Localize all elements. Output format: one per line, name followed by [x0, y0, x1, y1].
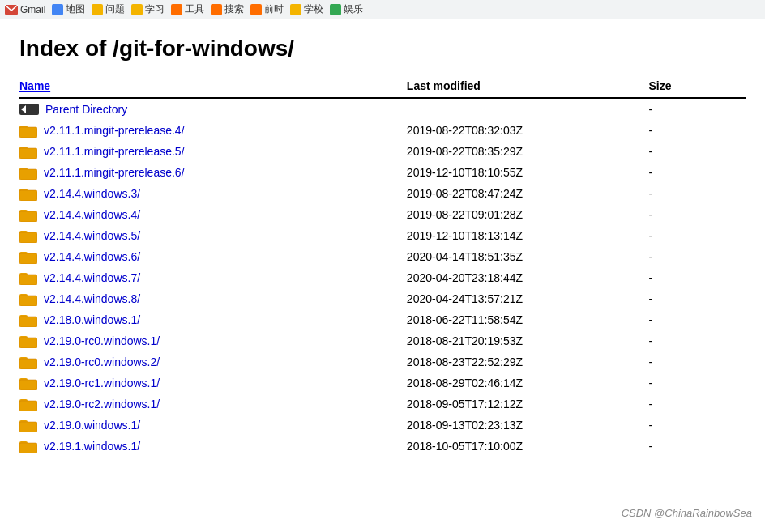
folder-icon	[19, 418, 37, 432]
entry-modified: 2018-08-21T20:19:53Z	[407, 330, 649, 351]
bookmark-search[interactable]: 搜索	[211, 2, 244, 16]
entry-link[interactable]: v2.14.4.windows.5/	[44, 229, 140, 242]
entry-name-cell: v2.19.0-rc1.windows.1/	[19, 372, 407, 394]
entry-modified: 2018-08-29T02:46:14Z	[407, 372, 649, 394]
entry-modified: 2018-10-05T17:10:00Z	[407, 436, 649, 457]
table-header-row: Name Last modified Size	[19, 74, 746, 98]
table-row: v2.19.0-rc0.windows.1/2018-08-21T20:19:5…	[19, 330, 746, 351]
column-modified-header: Last modified	[407, 74, 649, 98]
entry-link[interactable]: v2.19.0-rc2.windows.1/	[44, 398, 160, 411]
entry-link[interactable]: v2.19.0.windows.1/	[44, 419, 140, 432]
table-row: v2.11.1.mingit-prerelease.4/2019-08-22T0…	[19, 120, 746, 141]
bookmark-question[interactable]: 问题	[92, 2, 125, 16]
folder-icon	[19, 334, 37, 348]
main-content: Index of /git-for-windows/ Name Last mod…	[0, 19, 765, 476]
entry-name-cell: v2.19.0-rc2.windows.1/	[19, 394, 407, 415]
entry-modified: 2018-08-23T22:52:29Z	[407, 351, 649, 372]
entry-size: -	[649, 394, 746, 415]
entry-size: -	[649, 204, 746, 225]
table-row: v2.14.4.windows.4/2019-08-22T09:01:28Z-	[19, 204, 746, 225]
entry-name-cell: v2.11.1.mingit-prerelease.5/	[19, 141, 407, 162]
table-row: v2.19.0-rc0.windows.2/2018-08-23T22:52:2…	[19, 351, 746, 372]
folder-icon	[19, 228, 37, 243]
entry-link[interactable]: v2.14.4.windows.7/	[44, 271, 140, 284]
entry-name-cell: v2.14.4.windows.6/	[19, 246, 407, 267]
entry-size: -	[649, 141, 746, 162]
entry-link[interactable]: v2.14.4.windows.3/	[44, 187, 140, 200]
bookmark-front[interactable]: 前时	[250, 2, 284, 16]
entry-modified: 2020-04-14T18:51:35Z	[407, 246, 649, 267]
entry-link[interactable]: Parent Directory	[45, 103, 127, 116]
parent-icon	[19, 102, 39, 117]
entry-link[interactable]: v2.14.4.windows.8/	[44, 292, 140, 305]
folder-icon	[19, 123, 37, 138]
svg-rect-37	[19, 357, 28, 361]
folder-icon	[19, 144, 37, 159]
entry-link[interactable]: v2.19.0-rc1.windows.1/	[44, 377, 160, 389]
bookmark-gmail[interactable]: Gmail	[5, 4, 45, 15]
entry-name-cell: Parent Directory	[19, 98, 407, 120]
entry-size: -	[649, 162, 746, 183]
svg-rect-31	[19, 315, 28, 319]
table-row: v2.11.1.mingit-prerelease.6/2019-12-10T1…	[19, 162, 746, 183]
entry-link[interactable]: v2.11.1.mingit-prerelease.6/	[44, 166, 185, 179]
folder-icon	[19, 270, 37, 285]
entry-name-cell: v2.11.1.mingit-prerelease.6/	[19, 162, 407, 183]
entry-size: -	[649, 183, 746, 204]
entry-link[interactable]: v2.14.4.windows.4/	[44, 208, 140, 221]
entry-modified: 2019-12-10T18:13:14Z	[407, 225, 649, 246]
table-row: v2.19.0-rc2.windows.1/2018-09-05T17:12:1…	[19, 394, 746, 415]
entry-name-cell: v2.14.4.windows.5/	[19, 225, 407, 246]
entry-link[interactable]: v2.18.0.windows.1/	[44, 313, 140, 326]
folder-icon	[19, 376, 37, 390]
entry-modified: 2019-08-22T08:35:29Z	[407, 141, 649, 162]
entry-modified: 2020-04-20T23:18:44Z	[407, 267, 649, 288]
entry-name-cell: v2.19.0-rc0.windows.1/	[19, 330, 407, 351]
svg-rect-40	[19, 378, 28, 382]
folder-icon	[19, 186, 37, 201]
entry-size: -	[649, 372, 746, 394]
entry-name-cell: v2.14.4.windows.8/	[19, 288, 407, 309]
entry-link[interactable]: v2.19.0-rc0.windows.2/	[44, 355, 160, 368]
svg-rect-49	[19, 441, 28, 445]
entry-size: -	[649, 225, 746, 246]
table-row: v2.19.1.windows.1/2018-10-05T17:10:00Z-	[19, 436, 746, 457]
table-row: v2.14.4.windows.7/2020-04-20T23:18:44Z-	[19, 267, 746, 288]
column-size-header: Size	[649, 74, 746, 98]
folder-icon	[19, 355, 37, 369]
column-name-header[interactable]: Name	[19, 74, 407, 98]
bookmark-study[interactable]: 学习	[131, 2, 165, 16]
folder-icon	[19, 165, 37, 180]
svg-rect-34	[19, 336, 28, 340]
bookmark-school[interactable]: 学校	[290, 2, 323, 16]
table-row: Parent Directory-	[19, 98, 746, 120]
svg-rect-43	[19, 399, 28, 403]
page-title: Index of /git-for-windows/	[19, 36, 746, 62]
entry-name-cell: v2.11.1.mingit-prerelease.4/	[19, 120, 407, 141]
entry-size: -	[649, 267, 746, 288]
entry-link[interactable]: v2.19.1.windows.1/	[44, 440, 140, 453]
entry-name-cell: v2.14.4.windows.7/	[19, 267, 407, 288]
folder-icon	[19, 313, 37, 327]
entry-size: -	[649, 330, 746, 351]
bookmark-tools[interactable]: 工具	[171, 2, 204, 16]
entry-modified: 2019-12-10T18:10:55Z	[407, 162, 649, 183]
entry-link[interactable]: v2.11.1.mingit-prerelease.5/	[44, 145, 185, 158]
table-row: v2.14.4.windows.5/2019-12-10T18:13:14Z-	[19, 225, 746, 246]
svg-rect-25	[19, 273, 28, 277]
entry-size: -	[649, 288, 746, 309]
bookmark-entertainment[interactable]: 娱乐	[330, 2, 363, 16]
entry-name-cell: v2.18.0.windows.1/	[19, 309, 407, 330]
svg-rect-4	[19, 126, 28, 130]
svg-rect-16	[19, 210, 28, 214]
bookmark-bar: Gmail 地图 问题 学习 工具 搜索 前时 学校 娱乐	[0, 0, 765, 19]
folder-icon	[19, 397, 37, 411]
entry-size: -	[649, 351, 746, 372]
entry-link[interactable]: v2.11.1.mingit-prerelease.4/	[44, 124, 185, 137]
entry-link[interactable]: v2.19.0-rc0.windows.1/	[44, 334, 160, 347]
folder-icon	[19, 292, 37, 306]
table-row: v2.14.4.windows.3/2019-08-22T08:47:24Z-	[19, 183, 746, 204]
entry-link[interactable]: v2.14.4.windows.6/	[44, 250, 140, 263]
bookmark-map[interactable]: 地图	[52, 2, 85, 16]
entry-name-cell: v2.19.0.windows.1/	[19, 415, 407, 436]
